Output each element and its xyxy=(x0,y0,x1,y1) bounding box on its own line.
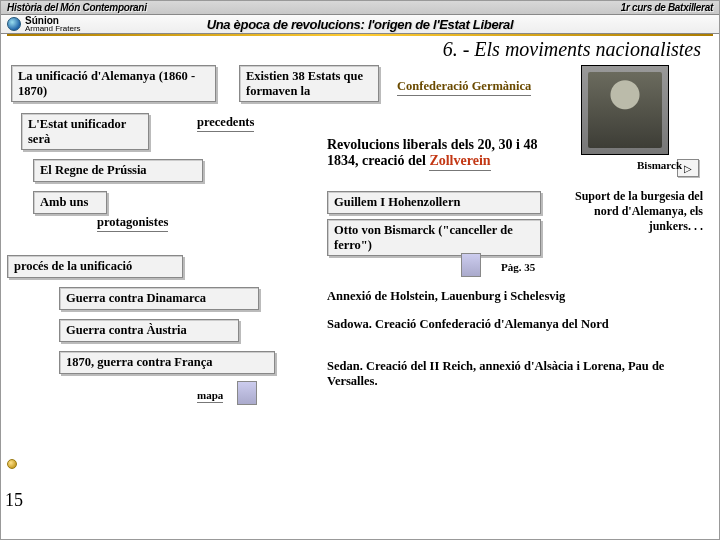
label-sadowa: Sadowa. Creació Confederació d'Alemanya … xyxy=(327,317,707,332)
box-franca: 1870, guerra contra França xyxy=(59,351,275,373)
course-title: Història del Món Contemporani xyxy=(7,2,147,13)
box-amb-uns: Amb uns xyxy=(33,191,107,213)
label-revolucions: Revolucions liberals dels 20, 30 i 48 18… xyxy=(327,137,657,171)
box-guillem: Guillem I Hohenzollern xyxy=(327,191,541,213)
map-thumb2-icon[interactable] xyxy=(237,381,257,405)
label-confederacio: Confederació Germànica xyxy=(397,79,587,96)
brand-sub: Armand Fraters xyxy=(25,25,81,32)
box-austria: Guerra contra Àustria xyxy=(59,319,239,341)
unit-title: Una època de revolucions: l'origen de l'… xyxy=(1,17,719,32)
label-protagonistes: protagonistes xyxy=(97,215,168,232)
label-mapa: mapa xyxy=(197,389,223,403)
globe-icon xyxy=(7,17,21,31)
label-pag: Pàg. 35 xyxy=(501,261,535,273)
section-title: 6. - Els moviments nacionalistes xyxy=(1,36,719,63)
box-dinamarca: Guerra contra Dinamarca xyxy=(59,287,259,309)
box-main-title: La unificació d'Alemanya (1860 - 1870) xyxy=(11,65,216,102)
label-holstein: Annexió de Holstein, Lauenburg i Scheles… xyxy=(327,289,697,304)
map-thumb-icon[interactable] xyxy=(461,253,481,277)
page-bullet-icon xyxy=(7,459,17,469)
course-level: 1r curs de Batxillerat xyxy=(621,2,713,13)
box-unificador: L'Estat unificador serà xyxy=(21,113,149,150)
box-existien: Existien 38 Estats que formaven la xyxy=(239,65,379,102)
label-precedents: precedents xyxy=(197,115,254,132)
box-bismarck-ferro: Otto von Bismarck ("canceller de ferro") xyxy=(327,219,541,256)
box-prussia: El Regne de Prússia xyxy=(33,159,203,181)
label-suport: Suport de la burgesia del nord d'Alemany… xyxy=(565,189,703,234)
diagram-canvas: La unificació d'Alemanya (1860 - 1870) L… xyxy=(1,63,719,515)
page-number: 15 xyxy=(5,490,23,511)
box-proces: procés de la unificació xyxy=(7,255,183,277)
label-sedan: Sedan. Creació del II Reich, annexió d'A… xyxy=(327,359,697,389)
top-bar: Història del Món Contemporani 1r curs de… xyxy=(1,1,719,15)
